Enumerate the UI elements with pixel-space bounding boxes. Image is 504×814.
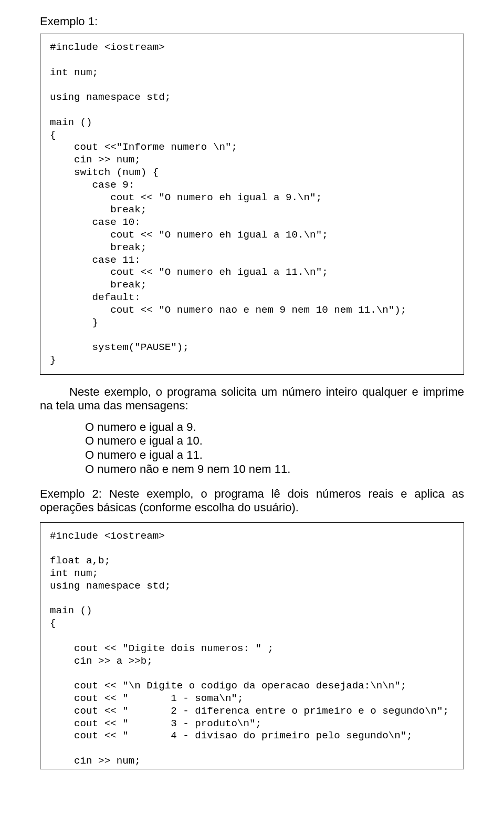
- list-item: O numero e igual a 9.: [85, 420, 464, 435]
- paragraph-2: Exemplo 2: Neste exemplo, o programa lê …: [40, 487, 464, 515]
- list-item: O numero não e nem 9 nem 10 nem 11.: [85, 462, 464, 477]
- code-block-2: #include <iostream> float a,b; int num; …: [40, 522, 464, 769]
- message-list: O numero e igual a 9. O numero e igual a…: [85, 420, 464, 477]
- example-1-heading: Exemplo 1:: [40, 15, 464, 28]
- code-block-1: #include <iostream> int num; using names…: [40, 34, 464, 375]
- paragraph-1: Neste exemplo, o programa solicita um nú…: [40, 385, 464, 413]
- list-item: O numero e igual a 11.: [85, 448, 464, 462]
- list-item: O numero e igual a 10.: [85, 434, 464, 448]
